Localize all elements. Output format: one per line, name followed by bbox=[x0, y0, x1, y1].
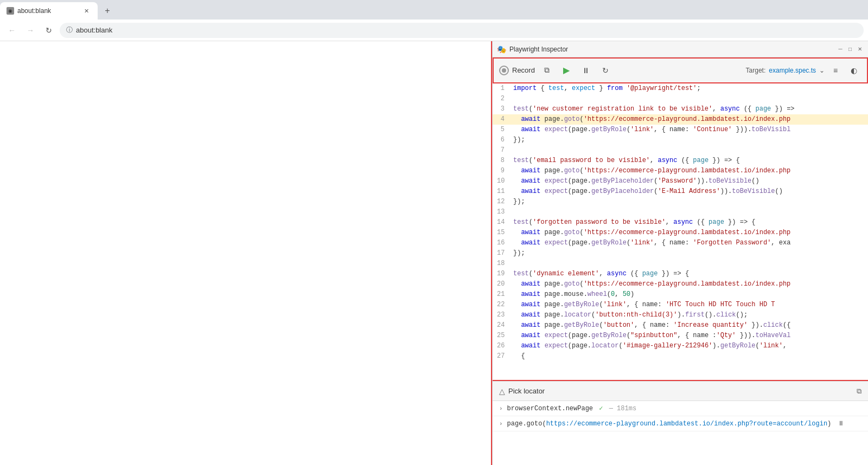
action-pause-2: ⏸ bbox=[838, 420, 844, 428]
record-icon bbox=[499, 66, 509, 75]
toolbar-right: Target: example.spec.ts ⌄ ≡ ◐ bbox=[746, 63, 861, 78]
line-content-9: await page.goto('https://ecommerce-playg… bbox=[513, 166, 864, 176]
browser-window: ◉ about:blank ✕ + ← → ↻ ⓘ about:blank 🎭 … bbox=[0, 0, 868, 465]
code-line-3: 3 test('new customer registration link t… bbox=[493, 104, 868, 114]
code-line-22: 22 await page.getByRole('link', { name: … bbox=[493, 300, 868, 310]
minimize-button[interactable]: ─ bbox=[837, 46, 844, 53]
line-content-16: await expect(page.getByRole('link', { na… bbox=[513, 238, 864, 248]
forward-button[interactable]: → bbox=[23, 23, 38, 38]
browser-tab[interactable]: ◉ about:blank ✕ bbox=[0, 2, 98, 20]
action-item-1[interactable]: › browserContext.newPage ✓ — 181ms bbox=[493, 401, 868, 416]
line-content-11: await expect(page.getByPlaceholder('E-Ma… bbox=[513, 186, 864, 197]
address-bar[interactable]: ⓘ about:blank bbox=[60, 23, 864, 38]
line-num-12: 12 bbox=[497, 197, 513, 207]
action-url-2: https://ecommerce-playground.lambdatest.… bbox=[546, 420, 827, 428]
pause-button[interactable]: ⏸ bbox=[578, 63, 593, 78]
tab-favicon: ◉ bbox=[7, 7, 14, 15]
bottom-panels: △ Pick locator ⧉ › browserContext.newPag… bbox=[493, 381, 868, 465]
line-content-10: await expect(page.getByPlaceholder('Pass… bbox=[513, 176, 864, 186]
action-checkmark-1: ✓ bbox=[599, 405, 603, 412]
pause-icon: ⏸ bbox=[582, 66, 590, 75]
line-content-15: await page.goto('https://ecommerce-playg… bbox=[513, 228, 864, 238]
record-dot bbox=[502, 68, 506, 73]
line-num-22: 22 bbox=[497, 300, 513, 310]
line-num-9: 9 bbox=[497, 166, 513, 176]
line-num-19: 19 bbox=[497, 269, 513, 279]
line-num-7: 7 bbox=[497, 145, 513, 156]
inspector-toolbar: Record ⧉ ▶ ⏸ ↻ Target: example.spec.ts bbox=[493, 57, 868, 83]
code-line-10: 10 await expect(page.getByPlaceholder('P… bbox=[493, 176, 868, 186]
settings-icon[interactable]: ≡ bbox=[828, 63, 843, 78]
line-content-25: await expect(page.getByRole("spinbutton"… bbox=[513, 331, 864, 341]
line-content-6: }); bbox=[513, 135, 864, 145]
line-content-26: await expect(page.locator('#image-galler… bbox=[513, 341, 864, 351]
line-content-14: test('forgotten password to be visible',… bbox=[513, 217, 864, 228]
address-text: about:blank bbox=[76, 26, 112, 34]
refresh-icon: ↻ bbox=[602, 66, 609, 75]
line-num-13: 13 bbox=[497, 207, 513, 217]
reload-button[interactable]: ↻ bbox=[41, 23, 56, 38]
line-content-24: await page.getByRole('button', { name: '… bbox=[513, 320, 864, 331]
line-num-23: 23 bbox=[497, 310, 513, 320]
code-line-13: 13 bbox=[493, 207, 868, 217]
back-button[interactable]: ← bbox=[4, 23, 20, 38]
action-text-2: page.goto(https://ecommerce-playground.l… bbox=[507, 419, 861, 428]
line-num-11: 11 bbox=[497, 186, 513, 197]
pick-locator-bar: △ Pick locator ⧉ bbox=[493, 382, 868, 401]
maximize-button[interactable]: □ bbox=[846, 46, 854, 53]
target-label: Target: bbox=[746, 67, 766, 74]
pick-locator-copy-button[interactable]: ⧉ bbox=[857, 387, 861, 396]
main-area: 🎭 Playwright Inspector ─ □ ✕ Record bbox=[0, 41, 868, 465]
new-tab-button[interactable]: + bbox=[100, 3, 115, 18]
inspector-title-bar: 🎭 Playwright Inspector ─ □ ✕ bbox=[493, 41, 868, 57]
code-line-18: 18 bbox=[493, 259, 868, 269]
code-line-2: 2 bbox=[493, 94, 868, 104]
close-button[interactable]: ✕ bbox=[856, 46, 864, 53]
code-line-9: 9 await page.goto('https://ecommerce-pla… bbox=[493, 166, 868, 176]
record-label: Record bbox=[512, 66, 535, 74]
line-content-21: await page.mouse.wheel(0, 50) bbox=[513, 289, 864, 300]
line-content-22: await page.getByRole('link', { name: 'HT… bbox=[513, 300, 864, 310]
action-log: › browserContext.newPage ✓ — 181ms › pag… bbox=[493, 401, 868, 465]
inspector-title-text: Playwright Inspector bbox=[509, 46, 568, 53]
code-line-12: 12 }); bbox=[493, 197, 868, 207]
target-file: example.spec.ts bbox=[769, 67, 816, 74]
address-icon: ⓘ bbox=[66, 25, 73, 35]
line-content-23: await page.locator('button:nth-child(3)'… bbox=[513, 310, 864, 320]
copy-icon: ⧉ bbox=[544, 66, 550, 75]
code-line-27: 27 { bbox=[493, 351, 868, 361]
run-button[interactable]: ▶ bbox=[559, 63, 574, 78]
code-line-20: 20 await page.goto('https://ecommerce-pl… bbox=[493, 279, 868, 289]
action-chevron-1[interactable]: › bbox=[499, 405, 503, 412]
record-button[interactable]: Record bbox=[499, 66, 535, 75]
copy-code-button[interactable]: ⧉ bbox=[539, 63, 554, 78]
line-content-20: await page.goto('https://ecommerce-playg… bbox=[513, 279, 864, 289]
code-line-25: 25 await expect(page.getByRole("spinbutt… bbox=[493, 331, 868, 341]
window-controls: ─ □ ✕ bbox=[837, 46, 864, 53]
line-num-4: 4 bbox=[497, 114, 513, 125]
code-line-14: 14 test('forgotten password to be visibl… bbox=[493, 217, 868, 228]
inspector-title-left: 🎭 Playwright Inspector bbox=[497, 45, 568, 54]
line-num-6: 6 bbox=[497, 135, 513, 145]
playwright-inspector-panel: 🎭 Playwright Inspector ─ □ ✕ Record bbox=[492, 41, 868, 465]
line-num-5: 5 bbox=[497, 125, 513, 135]
code-lines[interactable]: 1 import { test, expect } from '@playwri… bbox=[493, 83, 868, 381]
tab-close-button[interactable]: ✕ bbox=[81, 6, 91, 16]
code-editor: 1 import { test, expect } from '@playwri… bbox=[493, 83, 868, 381]
code-line-11: 11 await expect(page.getByPlaceholder('E… bbox=[493, 186, 868, 197]
refresh-button[interactable]: ↻ bbox=[598, 63, 613, 78]
dark-mode-icon[interactable]: ◐ bbox=[846, 63, 861, 78]
line-content-3: test('new customer registration link to … bbox=[513, 104, 864, 114]
action-time-1: — 181ms bbox=[609, 405, 636, 412]
code-line-17: 17 }); bbox=[493, 248, 868, 259]
line-num-1: 1 bbox=[497, 83, 513, 94]
line-num-8: 8 bbox=[497, 156, 513, 166]
action-chevron-2[interactable]: › bbox=[499, 421, 503, 427]
blank-page bbox=[0, 41, 492, 465]
pick-locator-icon: △ bbox=[499, 387, 505, 396]
line-content-12: }); bbox=[513, 197, 864, 207]
play-icon: ▶ bbox=[563, 65, 570, 75]
action-item-2[interactable]: › page.goto(https://ecommerce-playground… bbox=[493, 416, 868, 431]
target-dropdown-icon[interactable]: ⌄ bbox=[819, 67, 825, 74]
line-num-15: 15 bbox=[497, 228, 513, 238]
